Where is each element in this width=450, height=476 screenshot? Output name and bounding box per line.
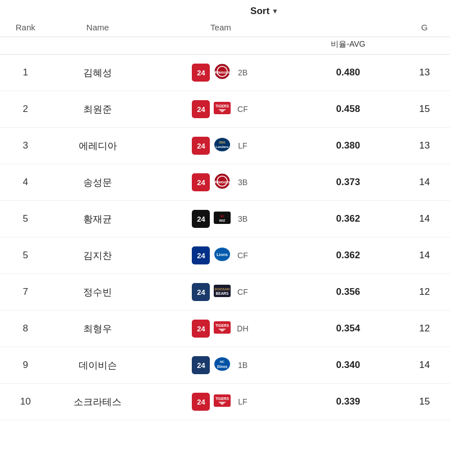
svg-text:DOOSAN: DOOSAN [215, 288, 230, 291]
g-cell: 12 [399, 274, 450, 311]
col-rank: Rank [0, 18, 51, 37]
rank-cell: 10 [0, 384, 51, 420]
g-cell: 15 [399, 91, 450, 128]
col-g: G [399, 18, 450, 37]
sort-button[interactable]: Sort▼ [250, 6, 278, 17]
avg-cell: 0.354 [297, 311, 399, 347]
name-cell: 최원준 [51, 91, 145, 128]
jersey-number: 24 [192, 283, 210, 301]
team-logo-ktwiz: kt WIZ [213, 210, 232, 228]
team-cell: 24 kt WIZ 3B [145, 201, 298, 237]
team-logo-tigers: TIGERS [213, 393, 232, 411]
rank-cell: 2 [0, 91, 51, 128]
avg-cell: 0.373 [297, 164, 399, 201]
position-label: DH [236, 324, 249, 333]
rank-cell: 7 [0, 274, 51, 311]
table-row: 8 최형우 24 TIGERS DH 0.354 12 [0, 311, 450, 347]
g-cell: 12 [399, 311, 450, 347]
avg-cell: 0.362 [297, 201, 399, 237]
position-label: 1B [236, 361, 249, 370]
position-label: LF [236, 141, 249, 150]
col-name: Name [51, 18, 145, 37]
table-row: 2 최원준 24 TIGERS CF 0.458 15 [0, 91, 450, 128]
svg-point-5 [214, 138, 230, 151]
team-logo-lions: Lions [213, 246, 232, 264]
name-cell: 정수빈 [51, 274, 145, 311]
stats-table: Rank Name Team G 비율-AVG 1 김혜성 24 Kiwoom … [0, 18, 450, 420]
jersey-number: 24 [192, 100, 210, 118]
jersey-number: 24 [192, 173, 210, 191]
g-cell: 14 [399, 164, 450, 201]
col-avg-empty [297, 18, 399, 37]
position-label: CF [236, 288, 249, 297]
team-logo-tigers: TIGERS [213, 100, 232, 118]
table-row: 9 데이비슨 24 NC Dinos 1B 0.340 14 [0, 347, 450, 384]
team-cell: 24 TIGERS CF [145, 91, 298, 128]
team-logo-bears: DOOSAN BEARS [213, 283, 232, 301]
team-cell: 24 TIGERS LF [145, 384, 298, 420]
position-label: 2B [236, 68, 249, 77]
avg-cell: 0.380 [297, 128, 399, 164]
svg-text:SSG: SSG [219, 141, 226, 144]
team-cell: 24 Kiwoom 2B [145, 55, 298, 91]
position-label: CF [236, 105, 249, 114]
sort-triangle: ▼ [272, 7, 278, 15]
svg-text:kt: kt [221, 214, 224, 218]
team-cell: 24 SSG Landers LF [145, 128, 298, 164]
rank-cell: 1 [0, 55, 51, 91]
name-cell: 김지찬 [51, 237, 145, 274]
svg-text:Kiwoom: Kiwoom [215, 70, 230, 74]
svg-text:Dinos: Dinos [217, 365, 227, 369]
position-label: 3B [236, 178, 249, 187]
name-cell: 황재균 [51, 201, 145, 237]
position-label: 3B [236, 214, 249, 223]
rank-cell: 3 [0, 128, 51, 164]
g-cell: 13 [399, 55, 450, 91]
rank-cell: 9 [0, 347, 51, 384]
avg-cell: 0.356 [297, 274, 399, 311]
avg-g-space [399, 37, 450, 55]
team-cell: 24 TIGERS DH [145, 311, 298, 347]
table-row: 5 황재균 24 kt WIZ 3B 0.362 14 [0, 201, 450, 237]
svg-text:TIGERS: TIGERS [215, 104, 230, 108]
svg-text:Kiwoom: Kiwoom [215, 180, 230, 184]
g-cell: 14 [399, 201, 450, 237]
table-row: 4 송성문 24 Kiwoom 3B 0.373 14 [0, 164, 450, 201]
avg-label-row: 비율-AVG [0, 37, 450, 55]
name-cell: 에레디아 [51, 128, 145, 164]
col-team: Team [145, 18, 298, 37]
rank-cell: 5 [0, 237, 51, 274]
column-header-row: Rank Name Team G [0, 18, 450, 37]
name-cell: 송성문 [51, 164, 145, 201]
svg-text:NC: NC [220, 360, 224, 363]
svg-point-21 [214, 357, 230, 371]
avg-rank-space [0, 37, 51, 55]
avg-cell: 0.339 [297, 384, 399, 420]
rank-cell: 5 [0, 201, 51, 237]
sort-header: Sort▼ [79, 0, 450, 18]
rank-cell: 4 [0, 164, 51, 201]
g-cell: 14 [399, 347, 450, 384]
svg-text:TIGERS: TIGERS [215, 324, 230, 327]
g-cell: 15 [399, 384, 450, 420]
name-cell: 김혜성 [51, 55, 145, 91]
sort-label: Sort [250, 6, 269, 17]
svg-text:BEARS: BEARS [216, 291, 229, 295]
jersey-number: 24 [192, 393, 210, 411]
team-logo-landers: SSG Landers [213, 137, 232, 155]
svg-text:TIGERS: TIGERS [215, 397, 230, 401]
table-row: 3 에레디아 24 SSG Landers LF 0.380 13 [0, 128, 450, 164]
g-cell: 13 [399, 128, 450, 164]
team-cell: 24 Lions CF [145, 237, 298, 274]
avg-cell: 0.340 [297, 347, 399, 384]
svg-text:Lions: Lions [217, 252, 228, 257]
avg-cell: 0.458 [297, 91, 399, 128]
position-label: CF [236, 251, 249, 260]
team-cell: 24 Kiwoom 3B [145, 164, 298, 201]
jersey-number: 24 [192, 137, 210, 155]
jersey-number: 24 [192, 356, 210, 374]
position-label: LF [236, 397, 249, 406]
team-logo-dinos: NC Dinos [213, 356, 232, 374]
avg-cell: 0.480 [297, 55, 399, 91]
team-logo-tigers: TIGERS [213, 320, 232, 338]
